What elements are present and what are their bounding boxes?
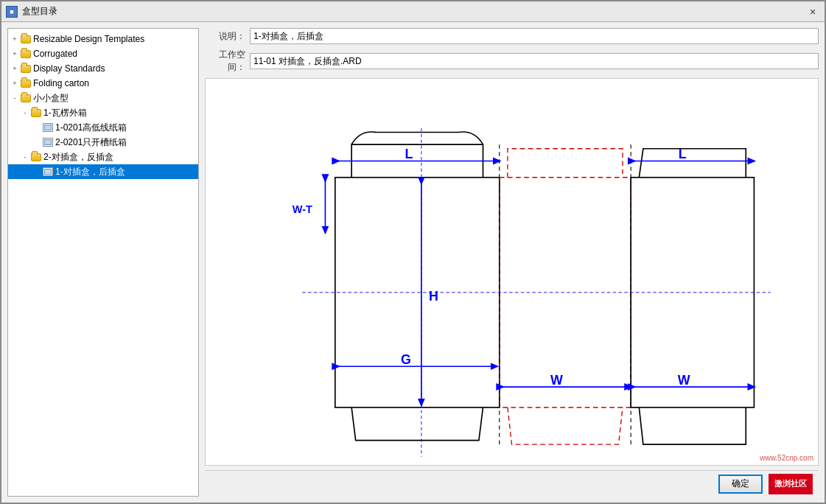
tree-label-insert-box: 2-对插盒，反插盒 bbox=[43, 151, 113, 164]
workspace-row: 工作空间： bbox=[205, 49, 819, 74]
diagram-canvas: H L L W W G bbox=[205, 78, 819, 466]
confirm-button[interactable]: 确定 bbox=[718, 475, 763, 494]
bottom-bar: 确定 激浏社区 bbox=[205, 470, 819, 497]
tree-panel: + Resizable Design Templates + Corrugate… bbox=[7, 28, 199, 497]
tree-label-1-insert: 1-对插盒，后插盒 bbox=[55, 166, 125, 178]
svg-text:W-T: W-T bbox=[293, 203, 312, 215]
svg-text:H: H bbox=[429, 289, 438, 304]
tree-item-insert-box[interactable]: - 2-对插盒，反插盒 bbox=[8, 150, 198, 164]
tree-label-folding: Folding carton bbox=[33, 78, 89, 88]
tree-label-display: Display Standards bbox=[33, 63, 105, 74]
tree-item-resizable[interactable]: + Resizable Design Templates bbox=[8, 32, 198, 46]
folder-icon-corrugated-outer bbox=[30, 108, 42, 118]
svg-text:W: W bbox=[678, 373, 690, 388]
leaf-icon-1-0201 bbox=[42, 122, 54, 133]
tree-item-folding[interactable]: + Folding carton bbox=[8, 76, 198, 91]
folder-icon-resizable bbox=[20, 34, 32, 44]
close-button[interactable]: × bbox=[805, 4, 820, 19]
tree-label-1-0201: 1-0201高低线纸箱 bbox=[55, 122, 127, 134]
dialog-title: 盒型目录 bbox=[22, 5, 805, 18]
description-label: 说明： bbox=[205, 30, 245, 43]
svg-text:L: L bbox=[679, 147, 687, 161]
folder-icon-folding bbox=[20, 78, 32, 88]
tree-toggle-display[interactable]: + bbox=[10, 63, 20, 74]
tree-label-corrugated-outer: 1-瓦楞外箱 bbox=[43, 107, 87, 119]
watermark: www.52cnp.com bbox=[760, 454, 813, 462]
tree-label-corrugated: Corrugated bbox=[33, 49, 77, 59]
cancel-label: 激浏社区 bbox=[774, 478, 807, 489]
tree-toggle-folding[interactable]: + bbox=[10, 78, 20, 88]
dialog-icon: ■ bbox=[6, 6, 18, 18]
tree-label-small-boxes: 小小盒型 bbox=[33, 92, 69, 105]
svg-text:W: W bbox=[550, 373, 563, 388]
content-area: + Resizable Design Templates + Corrugate… bbox=[1, 22, 825, 503]
tree-label-2-0201: 2-0201只开槽纸箱 bbox=[55, 136, 127, 149]
tree-item-corrugated[interactable]: + Corrugated bbox=[8, 46, 198, 61]
tree-item-corrugated-outer[interactable]: - 1-瓦楞外箱 bbox=[8, 105, 198, 120]
leaf-icon-2-0201 bbox=[42, 137, 54, 147]
tree-item-small-boxes[interactable]: - 小小盒型 bbox=[8, 91, 198, 105]
svg-text:G: G bbox=[401, 352, 411, 367]
right-panel: 说明： 工作空间： bbox=[205, 28, 819, 497]
folder-icon-corrugated bbox=[20, 49, 32, 59]
workspace-input[interactable] bbox=[250, 53, 819, 69]
tree-toggle-1-0201 bbox=[32, 122, 42, 133]
folder-icon-display bbox=[20, 63, 32, 74]
tree-item-1-insert[interactable]: 1-对插盒，后插盒 bbox=[8, 164, 198, 179]
tree-toggle-resizable[interactable]: + bbox=[10, 34, 20, 44]
description-input[interactable] bbox=[250, 28, 819, 44]
folder-icon-insert-box bbox=[30, 152, 42, 162]
workspace-label: 工作空间： bbox=[205, 49, 245, 74]
tree-item-1-0201[interactable]: 1-0201高低线纸箱 bbox=[8, 120, 198, 135]
svg-text:L: L bbox=[405, 147, 413, 161]
tree-toggle-corrugated[interactable]: + bbox=[10, 49, 20, 59]
title-bar: ■ 盒型目录 × bbox=[1, 1, 825, 22]
folder-icon-small-boxes bbox=[20, 93, 32, 103]
tree-toggle-2-0201 bbox=[32, 137, 42, 147]
box-diagram-svg: H L L W W G bbox=[206, 79, 818, 465]
description-row: 说明： bbox=[205, 28, 819, 44]
leaf-icon-1-insert bbox=[42, 167, 54, 177]
tree-item-2-0201[interactable]: 2-0201只开槽纸箱 bbox=[8, 135, 198, 150]
tree-item-display[interactable]: + Display Standards bbox=[8, 61, 198, 76]
cancel-area[interactable]: 激浏社区 bbox=[769, 474, 813, 494]
tree-toggle-insert-box[interactable]: - bbox=[20, 152, 30, 162]
tree-toggle-small-boxes[interactable]: - bbox=[10, 93, 20, 103]
tree-toggle-1-insert bbox=[32, 167, 42, 177]
tree-toggle-corrugated-outer[interactable]: - bbox=[20, 108, 30, 118]
tree-label-resizable: Resizable Design Templates bbox=[33, 34, 144, 44]
main-dialog: ■ 盒型目录 × + Resizable Design Templates + … bbox=[0, 0, 826, 504]
